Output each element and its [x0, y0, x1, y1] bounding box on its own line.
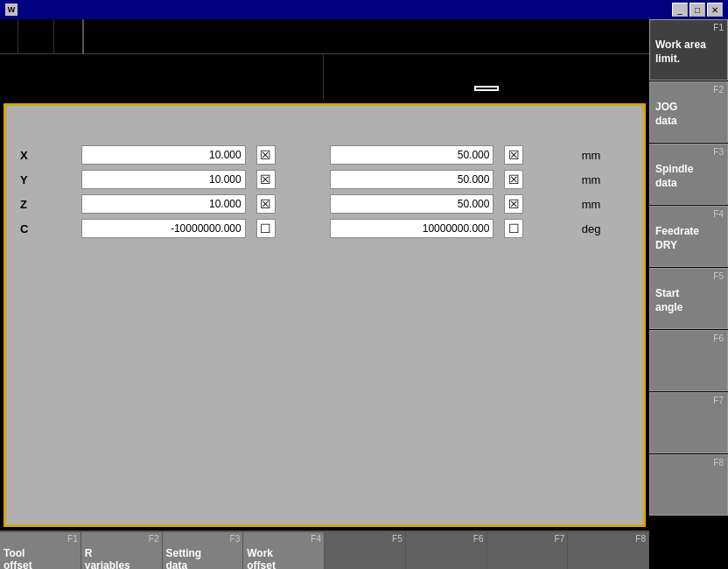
- min-input-cell[interactable]: -10000000.000: [76, 216, 250, 241]
- active-max-cell[interactable]: ☐: [499, 216, 572, 241]
- max-input-x[interactable]: 50.000: [330, 145, 494, 165]
- title-bar-left: W: [5, 4, 23, 16]
- toolbar-fn-3: F3: [230, 534, 241, 544]
- sidebar-btn-f7[interactable]: F7: [649, 392, 728, 453]
- min-input-z[interactable]: 10.000: [81, 194, 245, 214]
- title-bar: W _ □ ✕: [0, 0, 728, 19]
- unit-cell: mm: [573, 192, 634, 216]
- max-input-cell[interactable]: 10000000.000: [325, 216, 499, 241]
- unit-cell: deg: [573, 216, 634, 241]
- min-input-y[interactable]: 10.000: [81, 170, 245, 189]
- content-area: X 10.000 ☒ 50.000 ☒ mm Y 10.000 ☒ 50.000…: [0, 19, 649, 569]
- axis-table-body: X 10.000 ☒ 50.000 ☒ mm Y 10.000 ☒ 50.000…: [15, 143, 634, 241]
- max-input-z[interactable]: 50.000: [330, 194, 494, 214]
- active-max-checkbox-y[interactable]: ☒: [504, 170, 523, 189]
- toolbar-fn-7: F7: [555, 534, 565, 544]
- active-min-cell[interactable]: ☒: [251, 192, 325, 216]
- col-minimum: [76, 132, 250, 143]
- toolbar-btn-f2[interactable]: F2 Rvariables: [81, 532, 163, 569]
- active-max-cell[interactable]: ☒: [499, 167, 572, 192]
- active-min-cell[interactable]: ☐: [251, 216, 325, 241]
- toolbar-btn-f1[interactable]: F1 Tooloffset: [0, 532, 81, 569]
- active-min-checkbox-x[interactable]: ☒: [256, 145, 276, 165]
- axis-table: X 10.000 ☒ 50.000 ☒ mm Y 10.000 ☒ 50.000…: [15, 132, 634, 241]
- fn-label-f7: F7: [713, 396, 724, 405]
- close-button[interactable]: ✕: [707, 3, 723, 17]
- channel-box: [18, 19, 54, 53]
- channel-reset-label: [0, 54, 324, 77]
- col-maximum: [325, 132, 499, 143]
- unit-label-c: deg: [578, 222, 601, 235]
- toolbar-btn-f3[interactable]: F3 Settingdata: [163, 532, 244, 569]
- header-right: [84, 19, 649, 53]
- active-min-cell[interactable]: ☒: [251, 167, 325, 192]
- active-min-checkbox-c[interactable]: ☐: [256, 219, 276, 238]
- col-active-max: [499, 132, 572, 143]
- maximize-button[interactable]: □: [690, 3, 705, 17]
- rov-area: [324, 77, 649, 100]
- toolbar-btn-f5[interactable]: F5: [325, 532, 406, 569]
- max-input-cell[interactable]: 50.000: [325, 167, 499, 192]
- active-min-cell[interactable]: ☒: [251, 143, 325, 167]
- max-input-y[interactable]: 50.000: [330, 170, 494, 189]
- max-input-cell[interactable]: 50.000: [325, 143, 499, 167]
- toolbar-fn-2: F2: [149, 534, 159, 544]
- fn-label-f6: F6: [713, 334, 724, 343]
- max-input-c[interactable]: 10000000.000: [330, 219, 494, 238]
- toolbar-btn-text-f3: Settingdata: [166, 547, 202, 569]
- active-max-checkbox-x[interactable]: ☒: [504, 145, 523, 165]
- sidebar-btn-f8[interactable]: F8: [649, 454, 728, 516]
- sidebar-btn-f5[interactable]: F5 Startangle: [649, 268, 728, 329]
- sidebar-btn-f6[interactable]: F6: [649, 330, 728, 391]
- axis-label: Y: [15, 167, 76, 192]
- min-input-cell[interactable]: 10.000: [76, 192, 250, 216]
- unit-label-z: mm: [578, 198, 601, 211]
- active-max-checkbox-z[interactable]: ☒: [504, 194, 523, 214]
- active-max-cell[interactable]: ☒: [499, 143, 572, 167]
- sidebar: F1 Work arealimit. F2 JOGdata F3 Spindle…: [649, 19, 728, 569]
- axis-label: C: [15, 216, 76, 241]
- table-row: Y 10.000 ☒ 50.000 ☒ mm: [15, 167, 634, 192]
- active-min-checkbox-z[interactable]: ☒: [256, 194, 276, 214]
- max-input-cell[interactable]: 50.000: [325, 192, 499, 216]
- toolbar-btn-f6[interactable]: F6: [406, 532, 487, 569]
- fn-label-f5: F5: [713, 271, 724, 281]
- toolbar-fn-1: F1: [67, 534, 78, 544]
- toolbar-btn-text-f2: Rvariables: [85, 547, 130, 569]
- sidebar-btn-f4[interactable]: F4 FeedrateDRY: [649, 206, 728, 267]
- min-input-cell[interactable]: 10.000: [76, 143, 250, 167]
- axis-label: Z: [15, 192, 76, 216]
- fn-label-f3: F3: [713, 147, 724, 157]
- toolbar-fn-4: F4: [311, 534, 321, 544]
- title-controls[interactable]: _ □ ✕: [672, 3, 723, 17]
- main-layout: X 10.000 ☒ 50.000 ☒ mm Y 10.000 ☒ 50.000…: [0, 19, 728, 569]
- toolbar-btn-f7[interactable]: F7: [487, 532, 569, 569]
- rov-badge: [474, 86, 499, 91]
- bottom-toolbar: F1 Tooloffset F2 Rvariables F3 Settingda…: [0, 530, 649, 569]
- sidebar-btn-text-f1: Work arealimit.: [655, 39, 706, 66]
- active-max-cell[interactable]: ☒: [499, 192, 572, 216]
- unit-cell: mm: [573, 167, 634, 192]
- status-bar: [0, 54, 649, 77]
- status-right: [324, 54, 649, 77]
- fn-label-f8: F8: [713, 458, 724, 467]
- sidebar-btn-f2[interactable]: F2 JOGdata: [649, 81, 728, 143]
- minimize-button[interactable]: _: [672, 3, 688, 17]
- min-input-x[interactable]: 10.000: [81, 145, 245, 165]
- program-bar: [0, 77, 649, 100]
- toolbar-fn-6: F6: [473, 534, 484, 544]
- sidebar-btn-f1[interactable]: F1 Work arealimit.: [649, 19, 728, 81]
- active-max-checkbox-c[interactable]: ☐: [504, 219, 523, 238]
- toolbar-btn-text-f4: Workoffset: [247, 547, 276, 569]
- unit-label-x: mm: [578, 149, 601, 162]
- table-row: Z 10.000 ☒ 50.000 ☒ mm: [15, 192, 634, 216]
- active-min-checkbox-y[interactable]: ☒: [256, 170, 276, 189]
- toolbar-btn-f8[interactable]: F8: [568, 532, 649, 569]
- min-input-cell[interactable]: 10.000: [76, 167, 250, 192]
- sidebar-btn-text-f3: Spindledata: [655, 163, 693, 190]
- col-axis: [15, 132, 76, 143]
- unit-label-y: mm: [578, 173, 601, 186]
- toolbar-btn-f4[interactable]: F4 Workoffset: [243, 532, 325, 569]
- min-input-c[interactable]: -10000000.000: [81, 219, 245, 238]
- sidebar-btn-f3[interactable]: F3 Spindledata: [649, 144, 728, 205]
